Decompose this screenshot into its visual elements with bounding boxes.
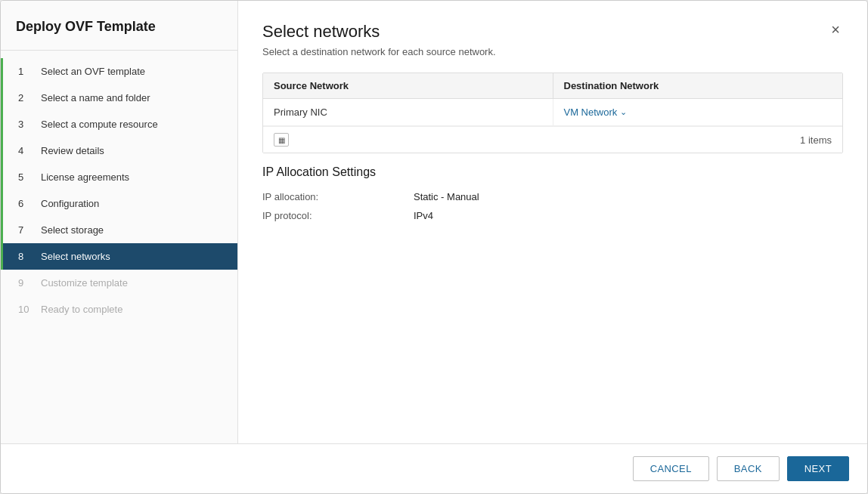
table-footer: ▦ 1 items [263, 126, 842, 153]
step-num-6: 6 [18, 198, 35, 209]
page-subtitle: Select a destination network for each so… [262, 46, 843, 57]
table-row: Primary NIC VM Network ⌄ [263, 99, 842, 126]
step-label-1: Select an OVF template [41, 66, 145, 77]
step-num-1: 1 [18, 66, 35, 77]
sidebar-step-9: 9 Customize template [1, 270, 237, 296]
step-num-8: 8 [18, 251, 35, 262]
step-label-2: Select a name and folder [41, 92, 150, 103]
ip-allocation-label: IP allocation: [262, 191, 414, 202]
sidebar-step-5[interactable]: 5 License agreements [1, 164, 237, 190]
ip-section-title: IP Allocation Settings [262, 165, 843, 179]
table-header: Source Network Destination Network [263, 73, 842, 99]
sidebar-step-2[interactable]: 2 Select a name and folder [1, 85, 237, 111]
sidebar-step-4[interactable]: 4 Review details [1, 137, 237, 164]
step-label-4: Review details [41, 145, 104, 156]
column-toggle-icon[interactable]: ▦ [274, 133, 289, 147]
dest-network-value: VM Network [564, 107, 618, 118]
sidebar: Deploy OVF Template 1 Select an OVF temp… [1, 1, 238, 443]
sidebar-step-3[interactable]: 3 Select a compute resource [1, 111, 237, 137]
sidebar-step-10: 10 Ready to complete [1, 296, 237, 323]
ip-allocation-value: Static - Manual [414, 191, 479, 202]
source-network-cell: Primary NIC [263, 99, 553, 125]
sidebar-steps: 1 Select an OVF template 2 Select a name… [1, 51, 237, 443]
step-label-5: License agreements [41, 171, 129, 183]
sidebar-step-7[interactable]: 7 Select storage [1, 217, 237, 243]
ip-protocol-value: IPv4 [414, 210, 433, 221]
page-header: Select networks × [262, 22, 843, 42]
step-num-2: 2 [18, 92, 35, 103]
step-num-9: 9 [18, 277, 35, 289]
step-label-10: Ready to complete [41, 304, 122, 315]
deploy-ovf-dialog: Deploy OVF Template 1 Select an OVF temp… [0, 0, 868, 494]
main-content: Select networks × Select a destination n… [238, 1, 867, 443]
step-label-3: Select a compute resource [41, 119, 158, 130]
ip-info-grid: IP allocation: Static - Manual IP protoc… [262, 191, 843, 221]
step-label-7: Select storage [41, 224, 104, 236]
source-network-value: Primary NIC [274, 107, 327, 118]
step-num-5: 5 [18, 171, 35, 183]
sidebar-step-8[interactable]: 8 Select networks [1, 243, 237, 270]
col-dest-header: Destination Network [553, 73, 843, 98]
ip-protocol-label: IP protocol: [262, 210, 414, 221]
col-source-header: Source Network [263, 73, 553, 98]
items-count: 1 items [800, 134, 832, 146]
dest-network-select[interactable]: VM Network ⌄ [564, 107, 628, 118]
step-label-8: Select networks [41, 251, 110, 262]
step-num-4: 4 [18, 145, 35, 156]
step-label-6: Configuration [41, 198, 99, 209]
dialog-footer: CANCEL BACK NEXT [1, 443, 867, 493]
dest-network-cell: VM Network ⌄ [553, 99, 843, 125]
cancel-button[interactable]: CANCEL [633, 456, 709, 481]
dialog-body: Deploy OVF Template 1 Select an OVF temp… [1, 1, 867, 443]
step-num-10: 10 [18, 304, 35, 315]
sidebar-step-6[interactable]: 6 Configuration [1, 190, 237, 217]
ip-allocation-section: IP Allocation Settings IP allocation: St… [262, 165, 843, 221]
chevron-down-icon: ⌄ [620, 107, 627, 117]
next-button[interactable]: NEXT [787, 456, 849, 481]
ip-protocol-row: IP protocol: IPv4 [262, 210, 843, 221]
sidebar-step-1[interactable]: 1 Select an OVF template [1, 58, 237, 85]
network-table: Source Network Destination Network Prima… [262, 73, 843, 153]
step-label-9: Customize template [41, 277, 128, 289]
step-num-3: 3 [18, 119, 35, 130]
ip-allocation-row: IP allocation: Static - Manual [262, 191, 843, 202]
sidebar-title: Deploy OVF Template [1, 1, 237, 51]
column-toggle-area: ▦ [274, 133, 289, 147]
page-title: Select networks [262, 22, 380, 42]
back-button[interactable]: BACK [717, 456, 780, 481]
close-button[interactable]: × [828, 22, 843, 37]
step-num-7: 7 [18, 224, 35, 236]
